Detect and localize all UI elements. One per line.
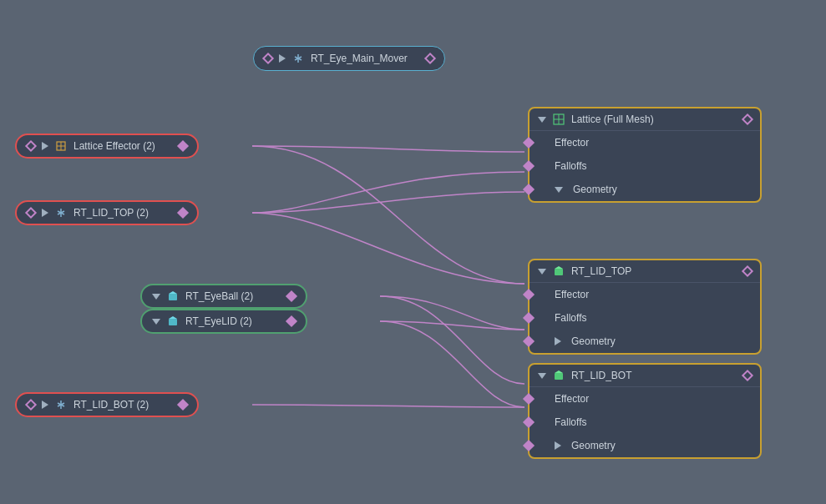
node-rt-eyeball[interactable]: RT_EyeBall (2) bbox=[140, 284, 307, 309]
collapse-icon[interactable] bbox=[538, 117, 546, 123]
row-label: Geometry bbox=[571, 440, 616, 451]
svg-rect-11 bbox=[169, 319, 177, 325]
row-label: Geometry bbox=[571, 335, 616, 347]
panel-title: RT_LID_TOP bbox=[571, 265, 631, 277]
panel-row-effector: Effector bbox=[530, 283, 760, 306]
panel-header: RT_LID_BOT bbox=[530, 365, 760, 387]
svg-marker-22 bbox=[555, 370, 563, 373]
panel-row-geometry: Geometry bbox=[530, 434, 760, 457]
right-connector bbox=[177, 399, 189, 411]
svg-marker-12 bbox=[169, 316, 177, 319]
right-connector bbox=[742, 265, 753, 277]
node-rt-lid-top-left[interactable]: RT_LID_TOP (2) bbox=[15, 200, 199, 225]
mesh-icon-2 bbox=[167, 315, 179, 327]
row-label: Falloffs bbox=[555, 416, 586, 428]
node-label: Lattice Effector (2) bbox=[73, 140, 155, 152]
svg-marker-10 bbox=[169, 291, 177, 294]
panel-header: Lattice (Full Mesh) bbox=[530, 108, 760, 131]
collapse-icon bbox=[152, 294, 160, 300]
panel-rt-lid-bot: RT_LID_BOT Effector Falloffs Geometry bbox=[528, 363, 762, 459]
row-label: Effector bbox=[555, 289, 589, 300]
bone-icon-3 bbox=[55, 399, 67, 411]
panel-row-effector: Effector bbox=[530, 131, 760, 154]
panel-row-effector: Effector bbox=[530, 387, 760, 411]
right-connector bbox=[742, 113, 753, 125]
left-connector bbox=[25, 399, 37, 411]
node-label: RT_LID_BOT (2) bbox=[73, 399, 149, 411]
play-icon bbox=[42, 209, 48, 217]
lattice-panel-icon bbox=[553, 113, 565, 125]
collapse-icon[interactable] bbox=[538, 269, 546, 275]
right-connector bbox=[286, 290, 297, 302]
collapse-icon[interactable] bbox=[538, 373, 546, 379]
right-connector bbox=[424, 53, 436, 64]
node-label: RT_Eye_Main_Mover bbox=[311, 53, 408, 64]
left-connector bbox=[25, 207, 37, 219]
panel-title: RT_LID_BOT bbox=[571, 370, 631, 381]
geometry-play-icon[interactable] bbox=[555, 441, 561, 450]
panel-row-falloffs: Falloffs bbox=[530, 154, 760, 178]
row-label: Geometry bbox=[573, 184, 617, 195]
svg-rect-19 bbox=[555, 269, 563, 275]
node-rt-lid-bot-left[interactable]: RT_LID_BOT (2) bbox=[15, 392, 199, 417]
bone-icon bbox=[292, 53, 304, 64]
row-label: Effector bbox=[555, 137, 589, 149]
right-connector bbox=[286, 315, 297, 327]
svg-marker-20 bbox=[555, 266, 563, 269]
bone-icon-2 bbox=[55, 207, 67, 219]
node-label: RT_LID_TOP (2) bbox=[73, 207, 149, 219]
row-label: Effector bbox=[555, 393, 589, 405]
panel-lattice-full-mesh: Lattice (Full Mesh) Effector Falloffs Ge… bbox=[528, 107, 762, 203]
node-rt-eyelid[interactable]: RT_EyeLID (2) bbox=[140, 309, 307, 334]
play-icon bbox=[42, 401, 48, 409]
right-connector bbox=[177, 207, 189, 219]
panel-rt-lid-top: RT_LID_TOP Effector Falloffs Geometry bbox=[528, 259, 762, 355]
node-label: RT_EyeLID (2) bbox=[185, 315, 252, 327]
svg-rect-9 bbox=[169, 294, 177, 300]
left-connector bbox=[25, 140, 37, 152]
play-icon bbox=[42, 142, 48, 150]
panel-header: RT_LID_TOP bbox=[530, 260, 760, 283]
collapse-icon bbox=[152, 319, 160, 325]
geometry-expand-icon[interactable] bbox=[555, 187, 563, 193]
node-lattice-effector[interactable]: Lattice Effector (2) bbox=[15, 134, 199, 159]
panel-row-falloffs: Falloffs bbox=[530, 306, 760, 330]
panel-row-geometry: Geometry bbox=[530, 178, 760, 201]
panel-row-falloffs: Falloffs bbox=[530, 411, 760, 434]
panel-title: Lattice (Full Mesh) bbox=[571, 113, 654, 125]
right-connector bbox=[177, 140, 189, 152]
node-label: RT_EyeBall (2) bbox=[185, 290, 253, 302]
lid-top-icon bbox=[553, 265, 565, 277]
play-icon bbox=[279, 54, 286, 63]
left-connector bbox=[262, 53, 274, 64]
geometry-play-icon[interactable] bbox=[555, 337, 561, 345]
panel-row-geometry: Geometry bbox=[530, 330, 760, 353]
lid-bot-icon bbox=[553, 370, 565, 381]
right-connector bbox=[742, 370, 753, 381]
mesh-icon bbox=[167, 290, 179, 302]
row-label: Falloffs bbox=[555, 312, 586, 324]
lattice-icon bbox=[55, 140, 67, 152]
row-label: Falloffs bbox=[555, 160, 586, 172]
node-main-mover[interactable]: RT_Eye_Main_Mover bbox=[253, 46, 445, 71]
svg-rect-21 bbox=[555, 373, 563, 380]
